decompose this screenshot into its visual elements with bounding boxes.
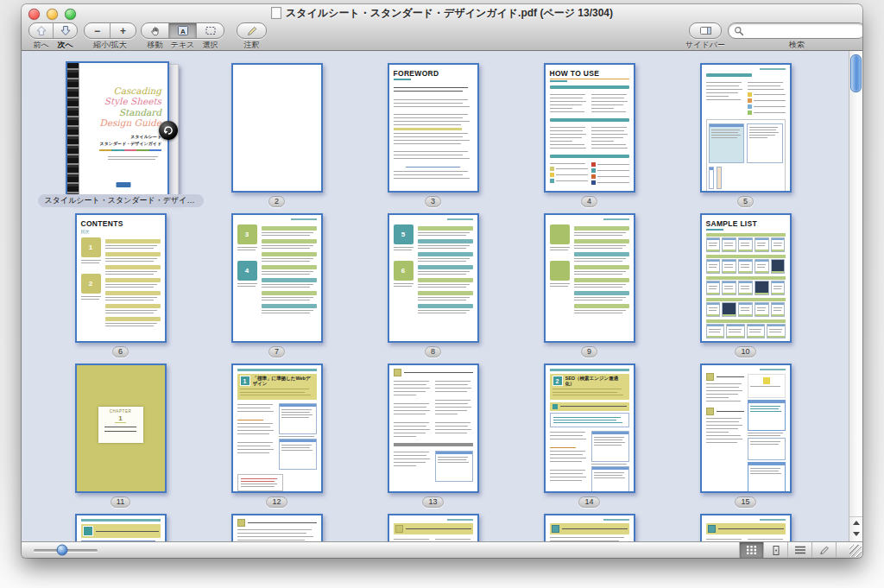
page-number-label: 12: [266, 496, 287, 508]
thumbnail-list-view-button[interactable]: [787, 542, 811, 558]
arrow-up-icon: [35, 25, 47, 36]
thumbnail-page-row4-18[interactable]: [511, 510, 667, 541]
page-preview: [700, 364, 792, 493]
sidebar-group: サイドバー: [683, 22, 728, 51]
thumbnail-page-15[interactable]: 15: [667, 360, 824, 510]
scrollbar-thumb[interactable]: [850, 54, 862, 92]
window-title: スタイルシート・スタンダード・デザインガイド.pdf (ページ 13/304): [271, 6, 613, 21]
page-number-label: 11: [110, 496, 130, 508]
thumbnail-zoom-slider[interactable]: [34, 542, 98, 558]
thumbnail-page-10[interactable]: SAMPLE LIST10: [667, 210, 824, 360]
next-label: 次へ: [54, 40, 78, 51]
zoom-in-button[interactable]: +: [110, 23, 136, 38]
thumbnail-page-4[interactable]: HOW TO USE4: [511, 60, 667, 210]
previous-page-button[interactable]: [29, 23, 54, 38]
page-preview: CHAPTER1: [75, 364, 167, 493]
page-preview: [544, 213, 635, 343]
minimize-button[interactable]: [47, 9, 58, 20]
single-page-view-button[interactable]: [763, 542, 787, 558]
page-preview: [700, 63, 792, 193]
page-preview: CONTENTS目次12: [75, 213, 167, 343]
nav-button-group: 前へ 次へ: [28, 22, 78, 51]
select-tool-button[interactable]: [197, 23, 224, 38]
scroll-up-button[interactable]: [849, 517, 862, 528]
page-preview: [388, 364, 479, 493]
minus-icon: −: [94, 26, 100, 36]
page-number-label: 13: [422, 496, 443, 508]
page-number-label: 4: [581, 196, 597, 207]
zoom-window-button[interactable]: [65, 9, 76, 20]
plus-icon: +: [120, 26, 126, 36]
thumbnail-page-5[interactable]: 5: [667, 60, 824, 210]
annotate-capsule: [237, 22, 267, 39]
thumbnail-page-row4-19[interactable]: [667, 510, 824, 541]
zoom-out-button[interactable]: −: [85, 23, 110, 38]
page-preview: SAMPLE LIST: [700, 213, 792, 343]
thumbnail-page-14[interactable]: 2SEO（検索エンジン最適化）14: [511, 360, 667, 510]
search-field[interactable]: [728, 22, 862, 39]
page-preview: [700, 514, 792, 541]
previous-label: 前へ: [29, 40, 54, 51]
titlebar[interactable]: スタイルシート・スタンダード・デザインガイド.pdf (ページ 13/304): [22, 4, 862, 22]
page-preview: [544, 514, 635, 541]
page-number-label: 5: [737, 196, 754, 207]
page-preview: 2SEO（検索エンジン最適化）: [544, 364, 635, 493]
annotation-mode-button[interactable]: [811, 542, 837, 558]
text-select-icon: A: [177, 25, 189, 36]
thumbnail-page-6[interactable]: CONTENTS目次126: [42, 210, 199, 360]
page-preview: HOW TO USE: [544, 63, 635, 193]
cover-title: CascadingStyle SheetsStandardDesign Guid…: [99, 85, 161, 129]
scroll-down-button[interactable]: [849, 528, 862, 540]
cover-subtitle: スタイルシートスタンダード・デザインガイド: [100, 134, 161, 147]
thumbnail-page-9[interactable]: 9: [511, 210, 667, 360]
search-input[interactable]: [744, 25, 860, 36]
search-label: 検索: [734, 40, 860, 51]
move-tool-button[interactable]: [142, 23, 169, 38]
thumbnail-page-row4-15[interactable]: [42, 510, 199, 541]
open-document-badge[interactable]: [159, 121, 178, 140]
pencil-icon: [819, 545, 830, 555]
thumbnail-cover[interactable]: CascadingStyle SheetsStandardDesign Guid…: [42, 60, 199, 210]
slider-knob[interactable]: [56, 545, 67, 556]
page-number-label: 10: [735, 346, 755, 357]
search-icon: [734, 26, 744, 36]
text-tool-button[interactable]: A: [169, 23, 197, 38]
thumbnail-page-row4-16[interactable]: [199, 510, 355, 541]
hand-icon: [149, 25, 161, 36]
window-title-text: スタイルシート・スタンダード・デザインガイド.pdf (ページ 13/304): [286, 6, 613, 21]
thumbnail-page-11[interactable]: CHAPTER111: [42, 360, 199, 510]
page-preview: 1「標準」に準拠したWebデザイン: [231, 364, 323, 493]
publisher-logo: [116, 182, 130, 187]
sidebar-capsule: [689, 22, 722, 39]
toolbar: 前へ 次へ − + 縮小/拡大 A: [22, 22, 862, 50]
thumbnail-page-8[interactable]: 568: [355, 210, 511, 360]
contact-sheet-view-button[interactable]: [739, 542, 763, 558]
thumbnail-page-row4-17[interactable]: [355, 510, 511, 541]
thumbnail-page-3[interactable]: FOREWORD3: [355, 60, 511, 210]
resize-grip[interactable]: [849, 545, 862, 557]
thumbnail-page-13[interactable]: 13: [355, 360, 511, 510]
zoom-labels: 縮小/拡大: [85, 40, 136, 51]
page-preview: [231, 514, 323, 541]
sidebar-toggle-button[interactable]: [690, 23, 721, 38]
vertical-scrollbar[interactable]: [849, 51, 862, 541]
close-button[interactable]: [28, 9, 40, 20]
contact-sheet-area: CascadingStyle SheetsStandardDesign Guid…: [22, 51, 862, 541]
next-page-button[interactable]: [54, 23, 77, 38]
scrollbar-arrows: [849, 516, 862, 541]
thumbnail-page-2[interactable]: 2: [199, 60, 355, 210]
up-triangle-icon: [853, 521, 860, 525]
arrow-down-icon: [60, 25, 72, 36]
nav-labels: 前へ 次へ: [29, 40, 78, 51]
thumbnail-page-7[interactable]: 347: [199, 210, 355, 360]
bottom-bar: [22, 541, 862, 558]
page-preview: FOREWORD: [388, 63, 479, 193]
traffic-lights: [28, 9, 76, 20]
view-mode-buttons: [739, 542, 837, 558]
annotate-group: 注釈: [237, 22, 267, 51]
page-preview: [75, 514, 167, 541]
search-group: 検索: [728, 22, 862, 51]
annotate-button[interactable]: [237, 23, 266, 38]
cover-filename-label: スタイルシート・スタンダード・デザインガ…: [38, 194, 204, 207]
thumbnail-page-12[interactable]: 1「標準」に準拠したWebデザイン12: [199, 360, 355, 510]
